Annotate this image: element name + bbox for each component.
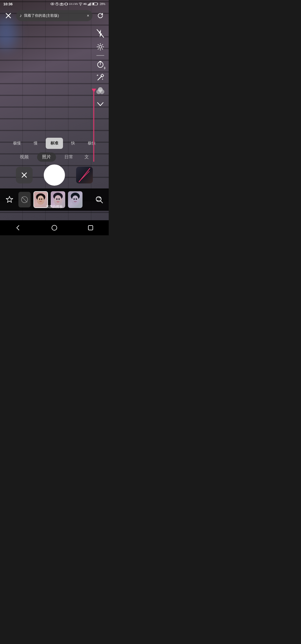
battery-percent: 28% (100, 3, 105, 6)
top-bar: ♪ 我着了你的道(主歌版) × (0, 8, 109, 23)
svg-point-1 (52, 3, 53, 4)
top-close-button[interactable] (3, 11, 13, 21)
speed-item-very-slow[interactable]: 极慢 (8, 138, 25, 149)
svg-point-63 (52, 225, 57, 230)
shutter-button[interactable] (44, 164, 65, 186)
filter-label: 素颜自然妆 (0, 204, 109, 209)
timer-button[interactable]: 3 (95, 59, 106, 70)
svg-rect-9 (65, 3, 67, 5)
svg-point-52 (55, 200, 61, 203)
music-pill[interactable]: ♪ 我着了你的道(主歌版) × (16, 10, 93, 21)
nav-recents-button[interactable] (85, 222, 96, 233)
mode-selector: 视频 照片 日常 文 (0, 152, 109, 162)
svg-marker-40 (6, 196, 13, 202)
right-toolbar: 3 (95, 28, 106, 110)
more-options-button[interactable] (95, 99, 106, 110)
favorites-button[interactable] (3, 193, 16, 206)
nav-bar (0, 220, 109, 235)
svg-rect-26 (99, 61, 101, 62)
music-note-icon: ♪ (20, 13, 22, 18)
svg-point-48 (41, 198, 42, 200)
beauty-button[interactable] (95, 85, 106, 96)
svg-rect-19 (97, 3, 98, 4)
cancel-button[interactable] (16, 167, 33, 183)
network-speed: 13.1 k/s (69, 3, 78, 5)
svg-rect-13 (88, 4, 89, 6)
status-icons: 13.1 k/s 4G 28% (50, 2, 105, 6)
svg-point-58 (73, 200, 78, 203)
wifi-icon (79, 2, 82, 6)
status-bar: 10:36 13.1 k/s (0, 0, 109, 8)
svg-point-47 (39, 198, 40, 200)
signal-icon (88, 2, 91, 6)
status-time: 10:36 (3, 2, 13, 6)
svg-line-62 (101, 201, 103, 203)
vibrate-icon (64, 2, 68, 6)
nav-back-button[interactable] (13, 222, 24, 233)
svg-point-23 (99, 45, 102, 48)
flash-button[interactable] (95, 28, 106, 39)
magic-wand-button[interactable] (95, 72, 106, 83)
svg-rect-16 (91, 2, 91, 6)
camera-icon (60, 3, 64, 6)
svg-line-42 (22, 197, 27, 202)
settings-button[interactable] (95, 41, 106, 52)
nav-home-button[interactable] (49, 222, 60, 233)
svg-point-60 (76, 198, 77, 200)
speed-item-very-fast[interactable]: 极快 (83, 138, 100, 149)
gallery-thumbnail[interactable] (76, 167, 93, 183)
mode-video[interactable]: 视频 (17, 152, 31, 162)
mode-daily[interactable]: 日常 (62, 152, 76, 162)
music-title: 我着了你的道(主歌版) (24, 13, 59, 18)
svg-point-46 (38, 200, 43, 203)
speed-item-normal[interactable]: 标准 (46, 138, 63, 149)
speed-selector: 极慢 慢 标准 快 极快 (0, 138, 109, 149)
svg-line-39 (79, 168, 90, 182)
svg-rect-18 (93, 3, 94, 5)
music-pill-content: ♪ 我着了你的道(主歌版) (20, 13, 59, 18)
svg-point-59 (74, 198, 75, 200)
speed-item-fast[interactable]: 快 (65, 138, 82, 149)
bottom-controls (0, 164, 109, 186)
svg-rect-14 (89, 4, 89, 6)
svg-rect-64 (88, 226, 93, 230)
alarm-icon (55, 2, 59, 6)
mode-text[interactable]: 文 (82, 152, 92, 162)
filter-search-button[interactable] (93, 193, 105, 206)
battery-icon (92, 2, 98, 6)
svg-line-31 (98, 75, 98, 76)
speed-item-slow[interactable]: 慢 (27, 138, 44, 149)
svg-point-54 (59, 198, 60, 200)
svg-line-27 (98, 76, 102, 80)
eye-icon (50, 3, 54, 5)
svg-point-8 (61, 4, 62, 5)
music-close-button[interactable]: × (87, 13, 89, 18)
network-type: 4G (83, 3, 87, 5)
toolbar-divider (96, 55, 104, 56)
svg-rect-15 (90, 3, 91, 6)
svg-point-53 (56, 198, 58, 200)
gallery-thumb-image (76, 167, 93, 183)
svg-point-12 (80, 5, 81, 6)
mode-photo[interactable]: 照片 (37, 152, 56, 162)
refresh-button[interactable] (95, 11, 105, 21)
svg-point-36 (98, 87, 103, 92)
